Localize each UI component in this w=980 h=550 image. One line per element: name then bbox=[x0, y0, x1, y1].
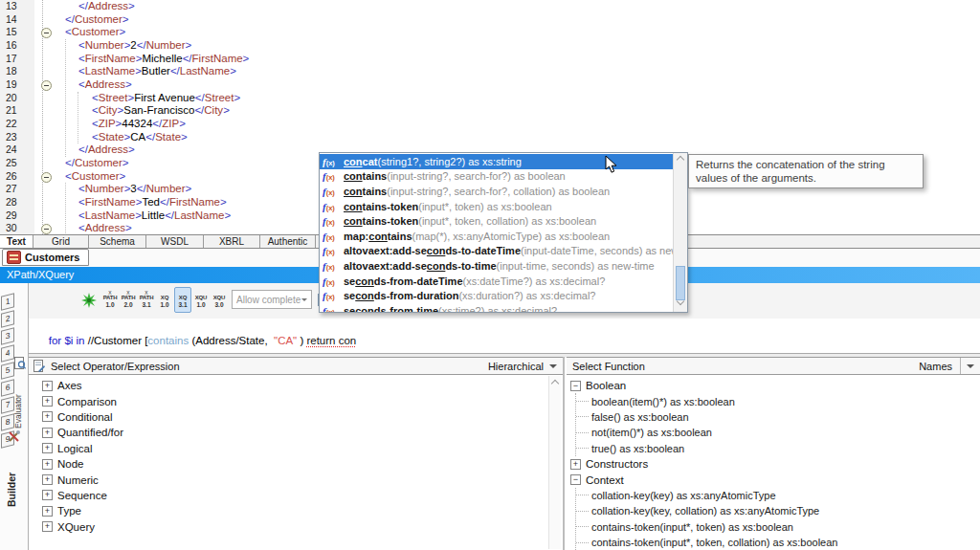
operator-category-row[interactable]: Type bbox=[29, 503, 563, 518]
autocomplete-item[interactable]: f(x) contains-token(input*, token, colla… bbox=[320, 213, 674, 229]
autocomplete-item[interactable]: f(x) contains-token(input*, token) as xs… bbox=[320, 199, 674, 214]
function-row[interactable]: collation-key(key) as xs:anyAtomicType bbox=[576, 488, 980, 503]
autocomplete-item[interactable]: f(x) map:contains(map(*), xs:anyAtomicTy… bbox=[320, 229, 674, 244]
function-group-row[interactable]: Boolean bbox=[567, 378, 980, 393]
xpath-version-button[interactable]: XQU 1.0 bbox=[192, 287, 210, 313]
operator-scrollbar[interactable] bbox=[548, 376, 561, 549]
function-icon: f(x) bbox=[323, 231, 344, 242]
tree-connector bbox=[576, 495, 589, 495]
fold-toggle-icon[interactable] bbox=[41, 172, 52, 183]
expand-plus-icon[interactable] bbox=[42, 411, 53, 422]
chevron-down-icon bbox=[549, 364, 557, 372]
function-group: Context collation-key(key) as xs:anyAtom… bbox=[567, 472, 980, 550]
xpath-expression-input[interactable]: for $i in //Customer [contains (Address/… bbox=[29, 319, 980, 353]
view-tab[interactable]: Text bbox=[0, 235, 33, 248]
function-row[interactable]: contains-token(input*, token, collation)… bbox=[576, 535, 980, 550]
xml-line: 23 <State>CA</State> bbox=[0, 131, 980, 144]
expression-side-rail: 123456789 Evaluator Builder bbox=[0, 283, 29, 550]
tab-evaluator[interactable]: Evaluator bbox=[13, 371, 23, 429]
xpath-version-button[interactable]: X PATH 1.0 bbox=[101, 287, 119, 313]
expression-slot-tab[interactable]: 7 bbox=[1, 396, 14, 413]
operator-category-row[interactable]: Node bbox=[29, 456, 563, 472]
autocomplete-item[interactable]: f(x) concat(string1?, string2?) as xs:st… bbox=[320, 154, 674, 169]
xpath-version-button[interactable]: XQU 3.0 bbox=[211, 287, 228, 313]
expand-plus-icon[interactable] bbox=[42, 428, 53, 438]
autocomplete-scrollbar[interactable] bbox=[673, 153, 687, 312]
view-tab[interactable]: Authentic bbox=[260, 235, 316, 248]
autocomplete-item[interactable]: f(x) contains(input-string?, search-for?… bbox=[320, 184, 674, 199]
expression-slot-tab[interactable]: 1 bbox=[1, 293, 14, 310]
operator-category-row[interactable]: Axes bbox=[29, 378, 563, 393]
xpath-scope-select[interactable]: Allow complete XPath bbox=[232, 290, 312, 309]
operator-category-row[interactable]: Comparison bbox=[29, 393, 563, 408]
function-view-mode-select[interactable]: Names bbox=[919, 358, 980, 374]
operator-category-row[interactable]: Sequence bbox=[29, 488, 563, 503]
view-tab[interactable]: XBRL bbox=[204, 235, 260, 248]
function-row[interactable]: not(item()*) as xs:boolean bbox=[576, 425, 980, 440]
expand-plus-icon[interactable] bbox=[42, 474, 53, 485]
xpath-version-button[interactable]: X PATH 3.1 bbox=[138, 287, 155, 313]
expression-slot-tab[interactable]: 3 bbox=[1, 327, 14, 344]
operator-category-row[interactable]: Numeric bbox=[29, 472, 563, 487]
line-number: 24 bbox=[0, 143, 34, 157]
fold-toggle-icon[interactable] bbox=[41, 80, 52, 91]
view-tab[interactable]: WSDL bbox=[146, 235, 204, 248]
expand-plus-icon[interactable] bbox=[42, 490, 53, 500]
operator-category-row[interactable]: XQuery bbox=[29, 519, 563, 535]
expand-plus-icon[interactable] bbox=[42, 381, 53, 391]
expand-icon[interactable] bbox=[570, 459, 581, 470]
line-number: 22 bbox=[0, 118, 34, 131]
xml-line: 17 <FirstName>Michelle</FirstName> bbox=[0, 53, 980, 66]
line-number: 23 bbox=[0, 131, 34, 144]
function-view-mode-value: Names bbox=[919, 361, 952, 372]
scroll-up-icon[interactable] bbox=[677, 156, 684, 164]
expression-slot-tab[interactable]: 5 bbox=[1, 362, 14, 379]
evaluate-icon[interactable] bbox=[81, 293, 97, 308]
expression-slot-tab[interactable]: 4 bbox=[1, 344, 14, 362]
operator-view-mode-value: Hierarchical bbox=[488, 361, 544, 372]
function-group-row[interactable]: Constructors bbox=[567, 456, 980, 472]
expand-icon[interactable] bbox=[570, 381, 581, 391]
function-row[interactable]: collation-key(key, collation) as xs:anyA… bbox=[576, 503, 980, 518]
xpath-version-button[interactable]: X PATH 2.0 bbox=[120, 287, 137, 313]
fold-toggle-icon[interactable] bbox=[41, 224, 52, 234]
autocomplete-item[interactable]: f(x) seconds-from-duration(xs:duration?)… bbox=[320, 288, 674, 303]
autocomplete-item[interactable]: f(x) seconds-from-time(xs:time?) as xs:d… bbox=[320, 303, 674, 313]
expression-slot-tab[interactable]: 6 bbox=[1, 379, 14, 396]
xpath-version-button[interactable]: XQ 3.1 bbox=[174, 287, 191, 313]
view-tab[interactable]: Grid bbox=[33, 235, 89, 248]
expand-icon[interactable] bbox=[570, 474, 581, 485]
autocomplete-item[interactable]: f(x) altovaext:add-seconds-to-time(input… bbox=[320, 258, 674, 274]
expand-plus-icon[interactable] bbox=[42, 443, 53, 453]
function-group-row[interactable]: Context bbox=[567, 472, 980, 487]
expand-plus-icon[interactable] bbox=[42, 506, 53, 517]
autocomplete-item[interactable]: f(x) contains(input-string?, search-for?… bbox=[320, 169, 674, 185]
tree-connector bbox=[576, 526, 589, 527]
line-number: 27 bbox=[0, 183, 34, 196]
scroll-up-icon[interactable] bbox=[551, 380, 559, 387]
scroll-thumb[interactable] bbox=[676, 266, 685, 300]
expand-plus-icon[interactable] bbox=[42, 459, 53, 470]
tab-builder[interactable]: Builder bbox=[6, 446, 17, 507]
function-row[interactable]: false() as xs:boolean bbox=[576, 409, 980, 425]
expression-slot-tab[interactable]: 8 bbox=[1, 413, 14, 430]
autocomplete-item[interactable]: f(x) seconds-from-dateTime(xs:dateTime?)… bbox=[320, 274, 674, 289]
operator-category-row[interactable]: Conditional bbox=[29, 409, 563, 425]
expand-plus-icon[interactable] bbox=[42, 521, 53, 532]
chevron-down-icon bbox=[301, 298, 307, 304]
expression-slot-tab[interactable]: 2 bbox=[1, 310, 14, 327]
function-icon: f(x) bbox=[323, 186, 344, 197]
autocomplete-item[interactable]: f(x) altovaext:add-seconds-to-dateTime(i… bbox=[320, 244, 674, 259]
function-row[interactable]: contains-token(input*, token) as xs:bool… bbox=[576, 519, 980, 535]
fold-toggle-icon[interactable] bbox=[41, 28, 52, 38]
xml-line: 22 <ZIP>44324</ZIP> bbox=[0, 118, 980, 131]
operator-view-mode-select[interactable]: Hierarchical bbox=[488, 361, 563, 372]
xpath-version-button[interactable]: XQ 1.0 bbox=[156, 287, 173, 313]
view-tab[interactable]: Schema bbox=[89, 235, 146, 248]
operator-category-row[interactable]: Logical bbox=[29, 441, 563, 456]
function-row[interactable]: boolean(item()*) as xs:boolean bbox=[576, 393, 980, 408]
document-tab-customers[interactable]: Customers bbox=[2, 249, 89, 266]
operator-category-row[interactable]: Quantified/for bbox=[29, 425, 563, 440]
function-row[interactable]: true() as xs:boolean bbox=[576, 441, 980, 456]
expand-plus-icon[interactable] bbox=[42, 396, 53, 407]
